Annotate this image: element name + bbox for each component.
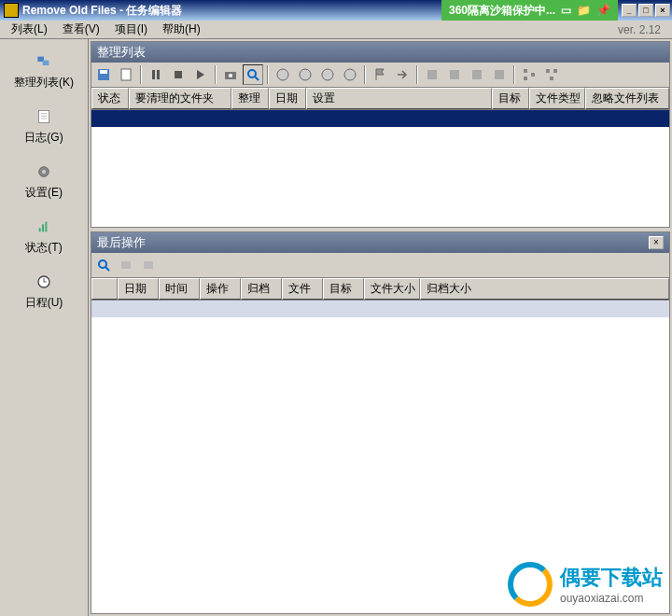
panel-header-upper: 整理列表 [91,42,669,63]
svg-rect-41 [144,261,153,269]
refresh-icon[interactable] [93,255,114,275]
camera-icon[interactable] [220,64,241,85]
sidebar-item-settings[interactable]: 设置(E) [0,153,88,208]
stop-icon[interactable] [168,64,189,85]
maximize-button[interactable]: □ [638,4,653,17]
column-blank[interactable] [91,278,118,300]
svg-point-27 [344,69,356,80]
save-icon[interactable] [93,64,114,85]
column-settings[interactable]: 设置 [306,88,492,109]
column-time[interactable]: 时间 [159,278,200,300]
toolbar-separator [267,65,269,84]
menu-view[interactable]: 查看(V) [55,20,107,39]
column-status[interactable]: 状态 [91,88,129,109]
status-icon [29,216,59,238]
sidebar-item-label: 整理列表(K) [14,75,74,91]
column-ignore[interactable]: 忽略文件列表 [585,88,669,109]
svg-rect-19 [175,71,182,78]
sidebar-item-cleanup-list[interactable]: 整理列表(K) [0,43,88,98]
svg-point-26 [322,69,333,80]
tool-icon[interactable] [467,64,487,85]
clock-icon[interactable] [340,64,360,85]
panel-header-lower: 最后操作 × [91,232,669,253]
svg-rect-30 [472,70,482,79]
upper-table-body[interactable] [91,110,669,227]
arrow-right-icon[interactable] [392,64,413,85]
sidebar-item-status[interactable]: 状态(T) [0,208,88,263]
column-filesize[interactable]: 文件大小 [364,278,420,300]
svg-rect-40 [121,261,131,269]
panel-close-button[interactable]: × [649,236,664,249]
svg-point-25 [300,69,311,80]
cleanup-list-panel: 整理列表 [91,41,670,228]
sandbox-monitor-icon[interactable]: ▭ [561,4,571,17]
new-icon[interactable] [116,64,136,85]
sandbox-folder-icon[interactable]: 📁 [577,4,591,17]
sandbox-badge-text: 360隔离沙箱保护中... [449,3,555,19]
flag-icon[interactable] [370,64,390,85]
log-icon [29,105,59,128]
workspace: 整理列表(K) 日志(G) 设置(E) 状态(T) 日程(U) [0,39,672,616]
tool-icon[interactable] [422,64,442,85]
svg-rect-34 [531,73,535,77]
minimize-button[interactable]: _ [622,4,637,17]
column-archive[interactable]: 归档 [241,278,282,300]
window-controls: _ □ × [622,4,670,17]
sidebar-item-log[interactable]: 日志(G) [0,98,88,153]
toolbar-separator [364,65,366,84]
clock-icon[interactable] [295,64,315,85]
sidebar-item-label: 状态(T) [25,240,62,256]
svg-rect-15 [100,70,107,74]
toolbar-separator [416,65,418,84]
clock-icon[interactable] [273,64,293,85]
sidebar-item-label: 日程(U) [25,295,63,311]
column-target[interactable]: 目标 [492,88,529,109]
column-cleanup[interactable]: 整理 [231,88,269,109]
column-filetype[interactable]: 文件类型 [529,88,585,109]
lower-toolbar [91,253,669,278]
svg-point-21 [229,74,232,77]
column-archivesize[interactable]: 归档大小 [420,278,669,300]
sandbox-pin-icon[interactable]: 📌 [596,4,610,17]
menu-project[interactable]: 项目(I) [107,20,155,39]
version-label: ver. 2.12 [618,23,668,36]
column-date[interactable]: 日期 [118,278,159,300]
tree-icon[interactable] [541,64,562,85]
svg-rect-29 [450,70,459,79]
svg-rect-17 [152,70,155,79]
table-row[interactable] [91,301,669,317]
menu-list[interactable]: 列表(L) [4,20,55,39]
toolbar-separator [215,65,217,84]
column-operation[interactable]: 操作 [200,278,241,300]
sidebar-item-label: 日志(G) [24,130,63,146]
toolbar-separator [140,65,142,84]
filter-icon[interactable] [138,255,159,275]
tool-icon[interactable] [489,64,510,85]
window-title: Remove Old Files - 任务编辑器 [22,3,182,19]
sidebar-item-schedule[interactable]: 日程(U) [0,263,88,318]
column-date[interactable]: 日期 [269,88,306,109]
svg-rect-1 [43,61,49,65]
svg-rect-8 [39,228,41,231]
tree-icon[interactable] [519,64,539,85]
menubar: 列表(L) 查看(V) 项目(I) 帮助(H) ver. 2.12 [0,21,672,39]
play-icon[interactable] [190,64,211,85]
cleanup-list-icon [29,50,59,73]
close-button[interactable]: × [655,4,670,17]
pause-icon[interactable] [146,64,166,85]
table-row[interactable] [91,110,669,127]
svg-rect-35 [546,69,550,73]
column-folder[interactable]: 要清理的文件夹 [129,88,231,109]
menu-help[interactable]: 帮助(H) [155,20,208,39]
panel-title: 最后操作 [97,234,146,251]
filter-icon[interactable] [116,255,136,275]
search-icon[interactable] [243,64,263,85]
column-file[interactable]: 文件 [282,278,323,300]
lower-table-header: 日期 时间 操作 归档 文件 目标 文件大小 归档大小 [91,278,669,301]
window-titlebar: Remove Old Files - 任务编辑器 360隔离沙箱保护中... ▭… [0,0,672,21]
tool-icon[interactable] [444,64,465,85]
lower-table-body[interactable] [91,301,669,613]
upper-table-header: 状态 要清理的文件夹 整理 日期 设置 目标 文件类型 忽略文件列表 [91,88,669,110]
clock-icon[interactable] [317,64,338,85]
column-target[interactable]: 目标 [323,278,364,300]
